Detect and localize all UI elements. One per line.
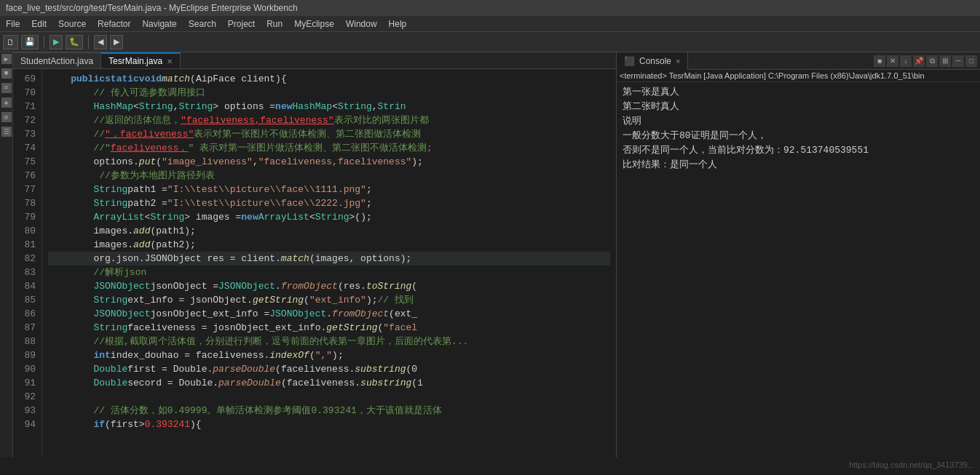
code-line-92 [48, 390, 610, 404]
menu-help[interactable]: Help [383, 17, 413, 31]
menu-myeclipse[interactable]: MyEclipse [288, 17, 340, 31]
code-line-70: // 传入可选参数调用接口 [48, 86, 610, 100]
sidebar-icon-2[interactable]: ■ [1, 68, 12, 79]
code-line-85: String ext_info = jsonObject. getString … [48, 293, 610, 307]
code-line-90: Double first = Double. parseDouble (face… [48, 362, 610, 376]
menu-run[interactable]: Run [261, 17, 288, 31]
code-line-77: String path1 = "I:\\test\\picture\\face\… [48, 183, 610, 196]
console-line-3: 说明 [623, 114, 974, 129]
tab-studentaction[interactable]: StudentAction.java [13, 52, 101, 68]
terminated-bar: <terminated> TesrMain [Java Application]… [617, 70, 980, 82]
sidebar-icon-5[interactable]: ⚙ [1, 112, 12, 122]
console-line-4: 一般分数大于80证明是同一个人， [623, 129, 974, 143]
console-tab-label: Console [639, 56, 671, 66]
menu-bar: File Edit Source Refactor Navigate Searc… [0, 16, 980, 32]
console-line-5: 否则不是同一个人，当前比对分数为：92.513740539551 [623, 143, 974, 158]
menu-search[interactable]: Search [183, 17, 222, 31]
toolbar-run[interactable]: ▶ [50, 35, 63, 49]
menu-file[interactable]: File [0, 17, 25, 31]
console-maximize-btn[interactable]: □ [965, 55, 977, 67]
console-output: 第一张是真人 第二张时真人 说明 一般分数大于80证明是同一个人， 否则不是同一… [617, 82, 980, 458]
code-line-80: images. add (path1); [48, 224, 610, 238]
menu-source[interactable]: Source [52, 17, 92, 31]
console-tab-icon: ⬛ [624, 56, 635, 66]
code-line-73: // "，faceliveness" 表示对第一张图片不做活体检测、第二张图做活… [48, 127, 610, 141]
toolbar-debug[interactable]: 🐛 [66, 35, 83, 49]
sidebar-icon-4[interactable]: ◈ [1, 97, 12, 108]
code-line-75: options. put ( "image_liveness" , "facel… [48, 155, 610, 169]
code-line-93: // 活体分数，如0.49999。单帧活体检测参考阈值0.393241，大于该值… [48, 404, 610, 418]
code-line-91: Double secord = Double. parseDouble (fac… [48, 376, 610, 390]
code-line-81: images. add (path2); [48, 238, 610, 252]
watermark: https://blog.csdn.net/qq_3413739... [849, 460, 974, 469]
console-tab-bar: ⬛ Console × ■ ✕ ↓ 📌 ⧉ ⊞ ─ □ [617, 52, 980, 70]
console-tab-main[interactable]: ⬛ Console × [617, 52, 688, 70]
menu-refactor[interactable]: Refactor [92, 17, 136, 31]
code-line-82: org.json.JSONObject res = client. match … [48, 252, 610, 266]
console-tab-close[interactable]: × [676, 57, 680, 65]
toolbar: 🗋 💾 ▶ 🐛 ◀ ▶ [0, 32, 980, 52]
console-panel: ⬛ Console × ■ ✕ ↓ 📌 ⧉ ⊞ ─ □ <terminated>… [616, 52, 980, 458]
console-line-2: 第二张时真人 [623, 100, 974, 114]
sidebar-icon-3[interactable]: ≡ [1, 83, 12, 93]
toolbar-fwd[interactable]: ▶ [110, 35, 123, 49]
code-editor[interactable]: public static void match (AipFace client… [42, 69, 616, 458]
code-line-83: //解析json [48, 266, 610, 279]
watermark-text: https://blog.csdn.net/qq_3413739... [849, 460, 974, 469]
console-clear-btn[interactable]: ✕ [887, 55, 898, 67]
sidebar-icon-6[interactable]: ☰ [1, 127, 12, 137]
code-line-94: if (first> 0.393241 ){ [48, 418, 610, 431]
code-line-86: JSONObject josnObject_ext_info = JSONObj… [48, 307, 610, 321]
terminated-text: <terminated> TesrMain [Java Application]… [620, 71, 925, 80]
title-bar: face_live_test/src/org/test/TesrMain.jav… [0, 0, 980, 16]
title-text: face_live_test/src/org/test/TesrMain.jav… [6, 3, 298, 13]
console-minimize-btn[interactable]: ─ [952, 55, 964, 67]
console-view-btn[interactable]: ⊞ [939, 55, 951, 67]
code-line-76: //参数为本地图片路径列表 [48, 169, 610, 183]
toolbar-sep1 [44, 36, 44, 49]
tab-tesrmain[interactable]: TesrMain.java ✕ [101, 52, 181, 68]
console-stop-btn[interactable]: ■ [874, 55, 885, 67]
editor-area: StudentAction.java TesrMain.java ✕ 69 70… [13, 52, 616, 458]
console-line-1: 第一张是真人 [623, 85, 974, 100]
toolbar-new[interactable]: 🗋 [3, 35, 18, 49]
code-line-72: //返回的活体信息， "faceliveness,faceliveness" 表… [48, 113, 610, 127]
sidebar-icons: ▶ ■ ≡ ◈ ⚙ ☰ [0, 52, 13, 458]
code-line-74: //" faceliveness， " 表示对第一张图片做活体检测、第二张图不做… [48, 141, 610, 155]
code-line-79: ArrayList < String > images = new ArrayL… [48, 210, 610, 224]
console-line-6: 比对结果：是同一个人 [623, 158, 974, 172]
tab-studentaction-label: StudentAction.java [20, 56, 93, 66]
code-line-69: public static void match (AipFace client… [48, 72, 610, 86]
code-line-71: HashMap < String , String > options = ne… [48, 100, 610, 113]
toolbar-save[interactable]: 💾 [21, 35, 39, 49]
console-copy-btn[interactable]: ⧉ [926, 55, 938, 67]
editor-tab-bar: StudentAction.java TesrMain.java ✕ [13, 52, 616, 69]
console-pin-btn[interactable]: 📌 [913, 55, 925, 67]
code-line-78: String path2 = "I:\\test\\picture\\face\… [48, 196, 610, 210]
menu-window[interactable]: Window [340, 17, 383, 31]
console-scroll-btn[interactable]: ↓ [900, 55, 912, 67]
menu-navigate[interactable]: Navigate [136, 17, 182, 31]
line-numbers: 69 70 71 72 73 74 75 76 77 78 79 80 81 8… [13, 69, 42, 458]
code-line-88: //根据,截取两个活体值，分别进行判断，逗号前面的代表第一章图片，后面的代表第.… [48, 335, 610, 348]
toolbar-sep2 [88, 36, 89, 49]
code-line-89: int index_douhao = faceliveness. indexOf… [48, 348, 610, 362]
tab-tesrmain-close[interactable]: ✕ [167, 57, 173, 65]
main-layout: ▶ ■ ≡ ◈ ⚙ ☰ StudentAction.java TesrMain.… [0, 52, 980, 458]
code-line-87: String faceliveness = josnObject_ext_inf… [48, 321, 610, 335]
menu-project[interactable]: Project [222, 17, 261, 31]
toolbar-back[interactable]: ◀ [94, 35, 107, 49]
tab-tesrmain-label: TesrMain.java [108, 56, 162, 66]
sidebar-icon-1[interactable]: ▶ [1, 54, 12, 64]
code-container: 69 70 71 72 73 74 75 76 77 78 79 80 81 8… [13, 69, 616, 458]
code-line-84: JSONObject jsonObject = JSONObject . fro… [48, 279, 610, 293]
menu-edit[interactable]: Edit [25, 17, 52, 31]
